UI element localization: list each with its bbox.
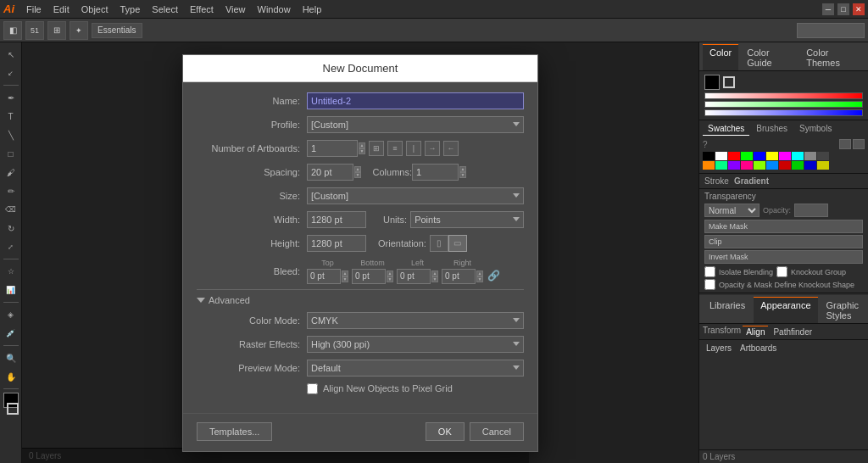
width-input[interactable] <box>307 211 366 228</box>
artboards-input[interactable] <box>307 140 358 157</box>
isolate-checkbox[interactable] <box>704 266 715 277</box>
bleed-top-input[interactable] <box>307 269 341 284</box>
color-slider-r[interactable] <box>704 92 863 99</box>
tab-brushes[interactable]: Brushes <box>751 122 793 136</box>
artboard-up-arrow[interactable]: ▲ <box>359 142 365 148</box>
tab-color-guide[interactable]: Color Guide <box>740 44 798 70</box>
preview-mode-select[interactable]: Default <box>307 360 524 377</box>
tab-libraries[interactable]: Libraries <box>703 297 752 323</box>
tab-layers[interactable]: Layers <box>703 342 735 354</box>
swatch-item[interactable] <box>715 152 727 160</box>
menu-type[interactable]: Type <box>115 3 146 16</box>
tab-color-themes[interactable]: Color Themes <box>799 44 865 70</box>
toolbar-btn-4[interactable]: ✦ <box>70 21 88 40</box>
artboard-leftright-btn[interactable]: ← <box>443 141 459 156</box>
spacing-up-arrow[interactable]: ▲ <box>354 166 361 172</box>
tool-pen[interactable]: ✒ <box>3 89 19 106</box>
bleed-top-up[interactable]: ▲ <box>342 271 348 276</box>
height-input[interactable] <box>307 235 366 252</box>
bleed-bottom-down[interactable]: ▼ <box>387 276 393 282</box>
columns-down-arrow[interactable]: ▼ <box>459 172 466 178</box>
opacity-input[interactable] <box>794 204 828 217</box>
bleed-bottom-up[interactable]: ▲ <box>387 271 393 276</box>
swatch-item[interactable] <box>766 161 778 170</box>
columns-input[interactable] <box>412 164 459 181</box>
artboard-row-btn[interactable]: ≡ <box>387 141 403 156</box>
swatch-item[interactable] <box>715 161 727 170</box>
color-fill-swatch[interactable] <box>704 75 720 90</box>
templates-button[interactable]: Templates... <box>197 422 272 441</box>
tool-eyedropper[interactable]: 💉 <box>3 325 19 342</box>
tab-symbols[interactable]: Symbols <box>794 122 837 136</box>
opacity-mask-checkbox[interactable] <box>704 279 715 290</box>
bleed-bottom-input[interactable] <box>352 269 386 284</box>
tab-graphic-styles[interactable]: Graphic Styles <box>820 297 866 323</box>
swatches-list-view-btn[interactable] <box>839 139 851 149</box>
menu-object[interactable]: Object <box>76 3 114 16</box>
menu-help[interactable]: Help <box>298 3 327 16</box>
name-input[interactable] <box>307 92 524 109</box>
swatches-grid-view-btn[interactable] <box>853 139 865 149</box>
swatch-item[interactable] <box>804 152 816 160</box>
units-select[interactable]: Points <box>410 211 524 228</box>
columns-up-arrow[interactable]: ▲ <box>459 166 466 172</box>
invert-mask-button[interactable]: Invert Mask <box>704 250 863 264</box>
swatch-item[interactable] <box>728 152 740 160</box>
stroke-color[interactable] <box>7 403 19 415</box>
size-select[interactable]: [Custom] <box>307 187 524 204</box>
tool-type[interactable]: T <box>3 108 19 125</box>
menu-file[interactable]: File <box>21 3 47 16</box>
tool-graph[interactable]: 📊 <box>3 282 19 298</box>
raster-select[interactable]: High (300 ppi) <box>307 336 524 353</box>
bleed-right-down[interactable]: ▼ <box>476 276 483 282</box>
knockout-checkbox[interactable] <box>776 266 787 277</box>
tool-gradient[interactable]: ◈ <box>3 306 19 323</box>
swatch-item[interactable] <box>792 161 804 170</box>
blend-mode-select[interactable]: Normal <box>704 204 760 217</box>
tool-hand[interactable]: ✋ <box>3 368 19 385</box>
menu-select[interactable]: Select <box>147 3 183 16</box>
tool-scale[interactable]: ⤢ <box>3 238 19 255</box>
swatch-item[interactable] <box>792 152 804 160</box>
swatch-item[interactable] <box>804 161 816 170</box>
tool-zoom[interactable]: 🔍 <box>3 349 19 366</box>
artboard-grid-btn[interactable]: ⊞ <box>369 141 384 156</box>
orientation-portrait[interactable]: ▯ <box>430 235 448 252</box>
tool-select[interactable]: ↖ <box>3 46 19 63</box>
tool-symbol[interactable]: ☆ <box>3 263 19 280</box>
toolbar-btn-2[interactable]: 51 <box>25 21 44 40</box>
tool-pencil[interactable]: ✏ <box>3 182 19 199</box>
profile-select[interactable]: [Custom] <box>307 116 524 133</box>
swatch-item[interactable] <box>817 161 829 170</box>
tab-artboards[interactable]: Artboards <box>737 342 780 354</box>
swatch-item[interactable] <box>728 161 740 170</box>
toolbar-btn-3[interactable]: ⊞ <box>47 21 66 40</box>
artboard-down-arrow[interactable]: ▼ <box>359 148 365 154</box>
artboard-col-btn[interactable]: | <box>406 141 421 156</box>
align-checkbox[interactable] <box>307 383 318 394</box>
tab-appearance[interactable]: Appearance <box>754 297 817 323</box>
close-button[interactable]: ✕ <box>853 3 865 15</box>
artboard-arrange-btn[interactable]: → <box>425 141 440 156</box>
swatch-item[interactable] <box>741 161 753 170</box>
menu-window[interactable]: Window <box>253 3 296 16</box>
swatch-item[interactable] <box>703 152 715 160</box>
menu-view[interactable]: View <box>220 3 251 16</box>
ok-button[interactable]: OK <box>426 422 465 441</box>
bleed-left-up[interactable]: ▲ <box>431 271 438 276</box>
swatch-item[interactable] <box>779 161 791 170</box>
tab-swatches[interactable]: Swatches <box>703 122 749 136</box>
clip-button[interactable]: Clip <box>704 235 863 248</box>
minimize-button[interactable]: ─ <box>822 3 834 15</box>
menu-effect[interactable]: Effect <box>185 3 219 16</box>
bleed-left-input[interactable] <box>397 269 431 284</box>
search-input[interactable] <box>797 23 865 38</box>
tool-eraser[interactable]: ⌫ <box>3 201 19 218</box>
color-slider-b[interactable] <box>704 109 863 116</box>
cancel-button[interactable]: Cancel <box>470 422 524 441</box>
essentials-button[interactable]: Essentials <box>92 23 142 38</box>
tool-direct-select[interactable]: ↙ <box>3 64 19 81</box>
swatch-item[interactable] <box>817 152 829 160</box>
orientation-landscape[interactable]: ▭ <box>448 235 467 252</box>
color-slider-g[interactable] <box>704 101 863 108</box>
